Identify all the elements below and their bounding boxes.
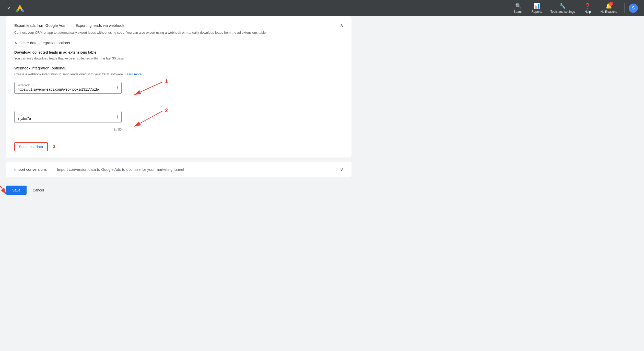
subsection-title: Download collected leads in ad extension… bbox=[14, 50, 343, 54]
webhook-url-section: Webhook URL ℹ 1 bbox=[14, 82, 343, 111]
import-card: Import conversions Import conversion dat… bbox=[6, 162, 352, 177]
send-test-button[interactable]: Send test data bbox=[14, 142, 48, 151]
key-field-wrapper: Key ℹ bbox=[14, 111, 122, 123]
section-toggle[interactable]: ∧ Other data integration options bbox=[14, 40, 343, 45]
step1-label: 1 bbox=[165, 78, 168, 84]
google-ads-logo-icon bbox=[15, 4, 25, 13]
avatar[interactable]: S bbox=[629, 4, 638, 13]
webhook-desc-text: Create a webhook integration to send lea… bbox=[14, 72, 124, 76]
save-button[interactable]: Save bbox=[6, 186, 27, 195]
help-icon: ❓ bbox=[584, 3, 591, 9]
top-navigation: × 🔍 Search 📊 Reports bbox=[0, 0, 644, 16]
search-icon: 🔍 bbox=[515, 3, 522, 9]
subsection-desc: You can only download leads that've been… bbox=[14, 56, 343, 61]
question-circle-icon[interactable]: ℹ bbox=[117, 85, 119, 90]
step3-label: 3 bbox=[53, 144, 55, 149]
cancel-button[interactable]: Cancel bbox=[31, 186, 46, 195]
annotation-2: 2 bbox=[127, 108, 183, 140]
webhook-url-field-wrapper: Webhook URL ℹ bbox=[14, 82, 122, 94]
key-input[interactable] bbox=[14, 111, 122, 123]
send-test-row: Send test data 3 bbox=[14, 142, 343, 151]
nav-item-notifications[interactable]: 🔔 1 Notifications bbox=[598, 1, 620, 16]
toggle-chevron-icon: ∧ bbox=[14, 40, 17, 45]
key-field-section: Key ℹ 8 / 50 2 bbox=[14, 111, 343, 140]
svg-point-3 bbox=[21, 9, 24, 12]
section-toggle-label: Other data integration options bbox=[19, 41, 70, 45]
collapse-icon[interactable]: ∧ bbox=[340, 22, 343, 28]
tools-icon: 🔧 bbox=[559, 3, 566, 9]
card-title: Export leads from Google Ads bbox=[14, 23, 65, 28]
nav-divider bbox=[624, 3, 625, 13]
svg-point-2 bbox=[16, 9, 18, 12]
webhook-section-desc: Create a webhook integration to send lea… bbox=[14, 72, 343, 77]
card-header-titles: Export leads from Google Ads Exporting l… bbox=[14, 23, 124, 28]
logo bbox=[15, 4, 25, 13]
webhook-section-title: Webhook integration (optional) bbox=[14, 66, 343, 70]
arrow-2-svg: 2 bbox=[127, 108, 183, 139]
annotation-1: 1 bbox=[127, 79, 183, 111]
svg-line-11 bbox=[0, 176, 6, 194]
nav-help-label: Help bbox=[584, 10, 591, 14]
reports-icon: 📊 bbox=[534, 3, 540, 9]
close-button[interactable]: × bbox=[6, 4, 11, 12]
topnav-left: × bbox=[6, 4, 511, 13]
import-title: Import conversions bbox=[14, 167, 47, 172]
svg-line-9 bbox=[134, 111, 162, 126]
bottom-bar: 4 Save Cancel bbox=[6, 181, 352, 199]
import-row: Import conversions Import conversion dat… bbox=[6, 162, 352, 177]
card-subtitle: Exporting leads via webhook bbox=[75, 23, 124, 28]
nav-tools-label: Tools and settings bbox=[551, 10, 575, 14]
notification-badge: 🔔 1 bbox=[606, 3, 612, 9]
main-card: Export leads from Google Ads Exporting l… bbox=[6, 16, 352, 158]
expand-icon[interactable]: ∨ bbox=[340, 167, 343, 172]
nav-notifications-label: Notifications bbox=[601, 10, 617, 14]
main-content: Export leads from Google Ads Exporting l… bbox=[0, 16, 358, 205]
nav-item-search[interactable]: 🔍 Search bbox=[511, 1, 526, 16]
learn-more-link[interactable]: Learn more bbox=[125, 72, 142, 76]
import-left: Import conversions Import conversion dat… bbox=[14, 167, 184, 172]
nav-search-label: Search bbox=[514, 10, 523, 14]
notification-count: 1 bbox=[609, 2, 613, 6]
topnav-right: 🔍 Search 📊 Reports 🔧 Tools and settings … bbox=[511, 1, 638, 16]
svg-line-7 bbox=[134, 82, 162, 95]
card-description: Connect your CRM or app to automatically… bbox=[14, 30, 343, 35]
nav-reports-label: Reports bbox=[532, 10, 542, 14]
key-label: Key bbox=[17, 113, 23, 116]
step2-label: 2 bbox=[165, 107, 168, 113]
key-counter: 8 / 50 bbox=[14, 128, 122, 131]
arrow-1-svg: 1 bbox=[127, 79, 183, 110]
import-desc: Import conversion data to Google Ads to … bbox=[57, 167, 184, 172]
nav-item-reports[interactable]: 📊 Reports bbox=[529, 1, 545, 16]
nav-item-help[interactable]: ❓ Help bbox=[580, 1, 595, 16]
key-question-icon[interactable]: ℹ bbox=[117, 114, 119, 119]
webhook-url-label: Webhook URL bbox=[17, 83, 37, 87]
card-header-row: Export leads from Google Ads Exporting l… bbox=[14, 22, 343, 28]
nav-item-tools[interactable]: 🔧 Tools and settings bbox=[547, 1, 578, 16]
